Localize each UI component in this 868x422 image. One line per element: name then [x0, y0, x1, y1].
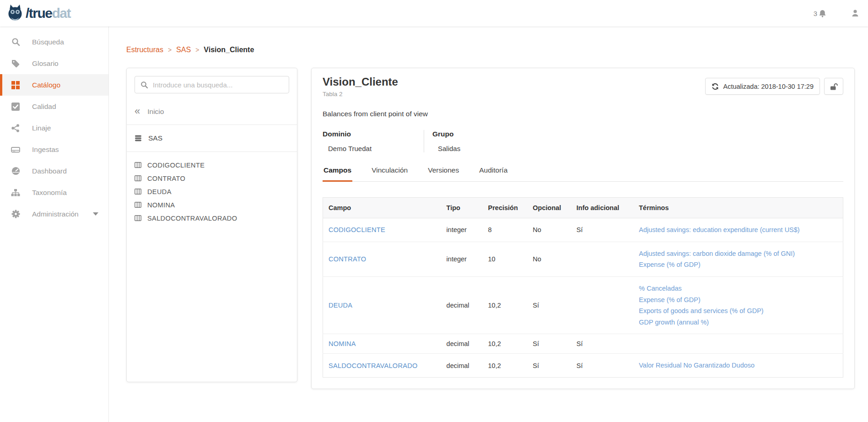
notifications-button[interactable]: 3 — [814, 9, 827, 18]
field-optional: Sí — [527, 276, 571, 334]
field-optional: No — [527, 242, 571, 276]
tree-back-inicio[interactable]: « Inicio — [127, 105, 297, 118]
sidebar-item-dashboard[interactable]: Dashboard — [0, 160, 108, 182]
table-columns-icon — [135, 202, 141, 208]
term-link[interactable]: Valor Residual No Garantizado Dudoso — [639, 360, 755, 371]
double-chevron-left-icon: « — [135, 106, 140, 116]
field-link[interactable]: CONTRATO — [329, 255, 366, 263]
tree-item-saldocontravalorado[interactable]: SALDOCONTRAVALORADO — [127, 211, 297, 225]
tab-versiones[interactable]: Versiones — [427, 166, 460, 181]
tree-root-sas[interactable]: SAS — [127, 131, 297, 145]
refresh-icon — [712, 83, 719, 90]
sidebar-item-label: Glosario — [32, 60, 59, 68]
field-type: integer — [441, 242, 483, 276]
truedat-logo[interactable]: /truedat — [6, 4, 70, 22]
table-columns-icon — [135, 215, 141, 221]
term-link[interactable]: % Canceladas — [639, 283, 682, 294]
breadcrumb-separator: > — [168, 46, 172, 54]
table-columns-icon — [135, 189, 141, 195]
unlock-button[interactable] — [824, 78, 843, 95]
term-link[interactable]: Adjusted savings: education expenditure … — [639, 224, 799, 236]
term-link[interactable]: Adjusted savings: carbon dioxide damage … — [639, 248, 795, 260]
tree-search-input[interactable] — [153, 81, 283, 89]
top-header: /truedat 3 — [0, 0, 868, 27]
tab-campos[interactable]: Campos — [323, 166, 352, 182]
notification-count: 3 — [814, 10, 817, 17]
field-additional-info — [571, 276, 633, 334]
owl-logo-icon — [6, 4, 24, 22]
tree-item-label: CODIGOCLIENTE — [147, 162, 205, 169]
term-link[interactable]: Expense (% of GDP) — [639, 294, 701, 306]
sidebar-item-label: Dashboard — [32, 167, 67, 175]
col-header-info-adicional: Info adicional — [571, 198, 633, 218]
divider — [127, 124, 297, 125]
breadcrumb-estructuras[interactable]: Estructuras — [126, 46, 163, 54]
field-optional: No — [527, 218, 571, 242]
breadcrumb: Estructuras > SAS > Vision_Cliente — [126, 46, 254, 54]
database-icon — [135, 135, 142, 142]
col-header-terminos: Términos — [633, 198, 843, 218]
col-header-opcional: Opcional — [527, 198, 571, 218]
tree-root-label: SAS — [148, 134, 162, 142]
field-terms: Valor Residual No Garantizado Dudoso — [633, 354, 843, 378]
page-title: Vision_Cliente — [323, 76, 398, 88]
tree-item-codigocliente[interactable]: CODIGOCLIENTE — [127, 158, 297, 172]
search-icon — [140, 81, 148, 89]
tree-item-deuda[interactable]: DEUDA — [127, 185, 297, 198]
field-terms: Adjusted savings: education expenditure … — [633, 218, 843, 242]
sidebar-item-label: Búsqueda — [32, 38, 64, 46]
structure-detail-panel: Vision_Cliente Tabla 2 Actualizada: 2018… — [311, 68, 855, 389]
sidebar-item-taxonomia[interactable]: Taxonomía — [0, 182, 108, 203]
term-link[interactable]: Expense (% of GDP) — [639, 259, 701, 271]
field-precision: 10,2 — [483, 276, 528, 334]
field-precision: 8 — [483, 218, 528, 242]
chevron-down-icon — [93, 212, 98, 216]
term-link[interactable]: GDP growth (annual %) — [639, 317, 709, 328]
tree-item-label: DEUDA — [147, 188, 172, 195]
tree-list: CODIGOCLIENTE CONTRATO DEUDA NOMINA SALD… — [127, 158, 297, 225]
breadcrumb-sas[interactable]: SAS — [176, 46, 191, 54]
col-header-precision: Precisión — [483, 198, 528, 218]
search-icon — [11, 38, 20, 47]
fields-table: Campo Tipo Precisión Opcional Info adici… — [323, 197, 843, 378]
sidebar-item-calidad[interactable]: Calidad — [0, 96, 108, 117]
field-precision: 10,2 — [483, 354, 528, 378]
field-type: decimal — [441, 276, 483, 334]
sidebar-item-label: Catálogo — [32, 81, 60, 89]
field-link[interactable]: CODIGOCLIENTE — [329, 226, 385, 233]
field-link[interactable]: NOMINA — [329, 340, 356, 347]
refresh-updated-button[interactable]: Actualizada: 2018-10-30 17:29 — [705, 78, 820, 95]
sidebar-item-label: Ingestas — [32, 146, 59, 154]
tree-item-nomina[interactable]: NOMINA — [127, 198, 297, 211]
detail-tabs: Campos Vinculación Versiones Auditoría — [323, 166, 843, 182]
sidebar-item-label: Calidad — [32, 103, 56, 111]
term-link[interactable]: Exports of goods and services (% of GDP) — [639, 305, 763, 317]
tree-item-label: CONTRATO — [147, 175, 185, 182]
sidebar-item-linaje[interactable]: Linaje — [0, 117, 108, 139]
user-icon — [851, 9, 860, 18]
divider — [127, 151, 297, 152]
tag-icon — [11, 59, 20, 68]
sidebar-item-label: Administración — [32, 210, 79, 218]
structure-type-subtitle: Tabla 2 — [323, 91, 398, 97]
logo-text: /truedat — [26, 6, 70, 20]
check-square-icon — [11, 102, 20, 111]
tab-vinculacion[interactable]: Vinculación — [371, 166, 409, 181]
field-link[interactable]: SALDOCONTRAVALORADO — [329, 362, 418, 369]
sidebar-item-administracion[interactable]: Administración — [0, 203, 108, 225]
field-type: decimal — [441, 334, 483, 354]
table-columns-icon — [135, 175, 141, 181]
sidebar-item-ingestas[interactable]: Ingestas — [0, 139, 108, 160]
sidebar-item-busqueda[interactable]: Búsqueda — [0, 31, 108, 53]
table-row: SALDOCONTRAVALORADO decimal 10,2 Sí Sí V… — [323, 354, 843, 378]
field-additional-info: Sí — [571, 218, 633, 242]
tree-item-contrato[interactable]: CONTRATO — [127, 172, 297, 185]
field-optional: Sí — [527, 354, 571, 378]
user-menu-button[interactable] — [851, 9, 860, 18]
sidebar-item-catalogo[interactable]: Catálogo — [0, 74, 108, 96]
tab-auditoria[interactable]: Auditoría — [478, 166, 508, 181]
sidebar-item-glosario[interactable]: Glosario — [0, 53, 108, 74]
field-terms: Adjusted savings: carbon dioxide damage … — [633, 242, 843, 276]
field-terms — [633, 334, 843, 354]
field-link[interactable]: DEUDA — [329, 302, 352, 309]
